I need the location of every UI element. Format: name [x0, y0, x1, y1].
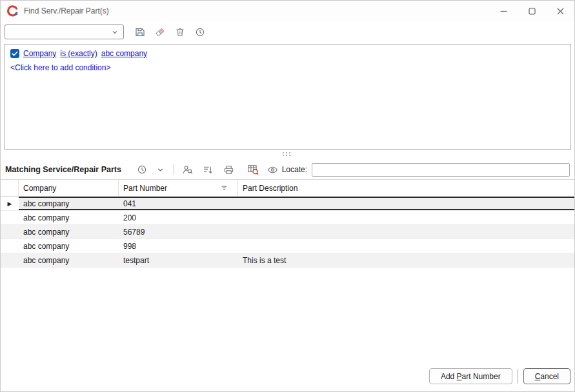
- minimize-button[interactable]: [489, 1, 518, 21]
- cell-part-number[interactable]: 200: [119, 211, 238, 224]
- save-icon: [135, 27, 145, 37]
- splitter-handle[interactable]: [1, 150, 574, 160]
- save-filter-button[interactable]: [133, 25, 147, 39]
- delete-filter-button[interactable]: [173, 25, 187, 39]
- sort-icon: [203, 164, 214, 175]
- cell-part-number[interactable]: 041: [119, 197, 238, 210]
- cell-company[interactable]: abc company: [19, 239, 119, 253]
- cell-part-number[interactable]: 998: [119, 239, 238, 253]
- cell-company[interactable]: abc company: [19, 225, 119, 239]
- cell-part-description[interactable]: [238, 197, 574, 210]
- trash-icon: [175, 27, 185, 37]
- row-selector-header: [1, 180, 19, 196]
- locate-group: Locate:: [282, 163, 570, 177]
- column-header-part-description[interactable]: Part Description: [238, 180, 574, 196]
- condition-row: Company is (exactly) abc company: [10, 49, 565, 58]
- print-button[interactable]: [222, 162, 236, 177]
- row-selector-cell[interactable]: [1, 225, 19, 239]
- row-selector-cell[interactable]: ▶: [1, 197, 19, 210]
- eye-icon: [267, 164, 278, 175]
- footer: Add Part Number Cancel: [1, 368, 574, 391]
- condition-panel: Company is (exactly) abc company <Click …: [4, 44, 571, 150]
- button-separator: [518, 369, 518, 384]
- lookup-grid-button[interactable]: [246, 162, 259, 177]
- find-contact-button[interactable]: [181, 162, 194, 177]
- cell-company[interactable]: abc company: [19, 197, 119, 210]
- cell-part-description[interactable]: [238, 225, 574, 239]
- close-button[interactable]: [546, 1, 574, 21]
- clock-icon: [195, 27, 205, 37]
- sort-indicator-icon: [220, 184, 228, 192]
- column-header-part-number[interactable]: Part Number: [119, 180, 238, 196]
- cancel-button[interactable]: Cancel: [523, 368, 570, 384]
- column-header-part-number-label: Part Number: [123, 184, 167, 193]
- table-row[interactable]: abc company 200: [1, 211, 574, 225]
- column-header-company[interactable]: Company: [19, 180, 119, 196]
- printer-icon: [223, 164, 234, 175]
- condition-operator-link[interactable]: is (exactly): [60, 49, 97, 58]
- cell-part-number[interactable]: testpart: [119, 253, 238, 267]
- maximize-button[interactable]: [518, 1, 546, 21]
- cell-company[interactable]: abc company: [19, 211, 119, 224]
- cell-part-number[interactable]: 56789: [119, 225, 238, 239]
- condition-field-link[interactable]: Company: [23, 49, 56, 58]
- cell-part-description[interactable]: [238, 239, 574, 253]
- splitter-grip-icon: [283, 152, 292, 157]
- results-history-dropdown-button[interactable]: [154, 162, 167, 177]
- cell-part-description[interactable]: This is a test: [238, 253, 574, 267]
- find-parts-dialog: Find Serv./Repair Part(s): [0, 0, 575, 392]
- grid-header: Company Part Number Part Description: [1, 179, 574, 197]
- condition-value-link[interactable]: abc company: [101, 49, 147, 58]
- chevron-down-icon: [111, 28, 119, 36]
- condition-checkbox[interactable]: [10, 49, 19, 58]
- filter-toolbar: [1, 21, 574, 42]
- clock-icon: [137, 164, 147, 175]
- results-title: Matching Service/Repair Parts: [5, 165, 121, 174]
- add-condition-link[interactable]: <Click here to add condition>: [10, 63, 565, 72]
- table-row[interactable]: abc company testpart This is a test: [1, 253, 574, 268]
- eraser-icon: [155, 27, 165, 37]
- find-contact-icon: [182, 164, 193, 175]
- window-title: Find Serv./Repair Part(s): [24, 6, 109, 15]
- locate-input[interactable]: [312, 163, 570, 177]
- locate-label: Locate:: [282, 165, 307, 174]
- results-history-button[interactable]: [136, 162, 149, 177]
- filter-history-button[interactable]: [193, 25, 207, 39]
- lookup-grid-icon: [247, 164, 259, 175]
- table-row[interactable]: abc company 56789: [1, 225, 574, 239]
- add-part-number-button[interactable]: Add Part Number: [429, 368, 512, 384]
- sort-button[interactable]: [201, 162, 215, 177]
- grid-body: ▶ abc company 041 abc company 200 abc co…: [1, 197, 574, 368]
- app-logo-icon: [7, 5, 19, 17]
- titlebar-left: Find Serv./Repair Part(s): [1, 5, 489, 17]
- cell-part-description[interactable]: [238, 211, 574, 224]
- toolbar-divider: [174, 164, 174, 175]
- row-selector-cell[interactable]: [1, 211, 19, 224]
- caption-buttons: [489, 1, 574, 21]
- results-grid: Company Part Number Part Description ▶ a…: [1, 179, 574, 368]
- results-toolbar: Matching Service/Repair Parts: [1, 160, 574, 179]
- preview-button[interactable]: [266, 162, 279, 177]
- clear-filter-button[interactable]: [153, 25, 167, 39]
- saved-filter-combobox[interactable]: [5, 24, 124, 39]
- titlebar: Find Serv./Repair Part(s): [1, 1, 574, 21]
- table-row[interactable]: abc company 998: [1, 239, 574, 253]
- row-selector-cell[interactable]: [1, 239, 19, 253]
- chevron-down-icon: [156, 166, 165, 174]
- table-row[interactable]: ▶ abc company 041: [1, 197, 574, 211]
- cell-company[interactable]: abc company: [19, 253, 119, 267]
- row-selector-cell[interactable]: [1, 253, 19, 267]
